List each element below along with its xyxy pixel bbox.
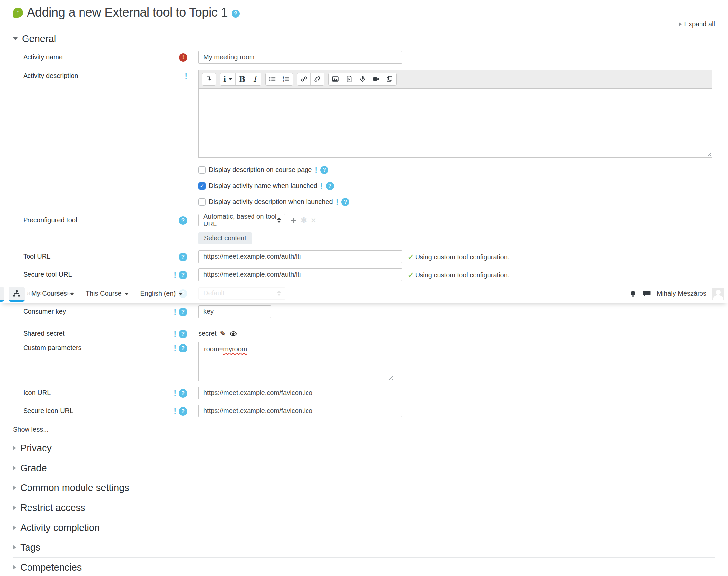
section-general-title: General bbox=[22, 33, 56, 45]
edit-pencil-icon[interactable]: ✎ bbox=[220, 329, 226, 338]
warning-icon: ! bbox=[315, 166, 317, 174]
custom-parameters-label: Custom parameters bbox=[23, 344, 82, 352]
help-icon[interactable]: ? bbox=[179, 216, 187, 225]
record-video-icon[interactable] bbox=[369, 73, 383, 85]
field-custom-parameters: Custom parameters ! ? room=myroom bbox=[13, 342, 715, 381]
checkbox-checked-icon[interactable] bbox=[199, 182, 206, 190]
unlink-icon[interactable] bbox=[311, 73, 324, 85]
image-icon[interactable] bbox=[329, 73, 342, 85]
record-audio-icon[interactable] bbox=[356, 73, 369, 85]
warning-icon: ! bbox=[174, 344, 176, 352]
expand-all-link[interactable]: Expand all bbox=[679, 20, 715, 28]
sitemap-icon[interactable] bbox=[9, 287, 25, 302]
unordered-list-icon[interactable] bbox=[266, 73, 279, 85]
warning-icon: ! bbox=[174, 389, 176, 397]
selected-option: Automatic, based on tool URL bbox=[204, 212, 277, 228]
eye-icon[interactable] bbox=[229, 329, 237, 338]
tool-url-input[interactable] bbox=[199, 250, 402, 263]
field-activity-description: Activity description ! i B I bbox=[13, 69, 715, 157]
expand-all-label: Expand all bbox=[684, 20, 715, 28]
check-icon: ✓ bbox=[407, 252, 415, 262]
select-content-button[interactable]: Select content bbox=[199, 232, 252, 244]
paragraph-styles-icon[interactable]: i bbox=[220, 73, 236, 85]
chevron-right-icon bbox=[13, 565, 16, 570]
bell-icon[interactable] bbox=[629, 290, 637, 298]
activity-name-label: Activity name bbox=[23, 53, 63, 62]
consumer-key-label: Consumer key bbox=[23, 308, 66, 316]
field-tool-url: Tool URL ? ✓ Using custom tool configura… bbox=[13, 250, 715, 263]
manage-files-icon[interactable] bbox=[383, 73, 396, 85]
section-common-module-settings[interactable]: Common module settings bbox=[13, 478, 715, 498]
help-icon[interactable]: ? bbox=[179, 344, 187, 352]
activity-name-input[interactable] bbox=[199, 51, 402, 64]
avatar[interactable] bbox=[712, 288, 724, 300]
help-icon[interactable]: ? bbox=[326, 182, 334, 190]
chat-icon[interactable] bbox=[642, 290, 651, 298]
section-grade[interactable]: Grade bbox=[13, 458, 715, 478]
help-icon[interactable]: ? bbox=[179, 308, 187, 316]
page-title: Adding a new External tool to Topic 1 bbox=[27, 5, 228, 20]
help-icon[interactable]: ? bbox=[179, 253, 187, 261]
nav-my-courses[interactable]: My Courses bbox=[27, 285, 79, 303]
checkbox-display-description[interactable]: Display description on course page ! ? bbox=[199, 166, 715, 175]
chevron-right-icon bbox=[13, 446, 16, 450]
media-icon[interactable] bbox=[342, 73, 356, 85]
field-preconfigured-tool: Preconfigured tool ? Automatic, based on… bbox=[13, 214, 715, 227]
field-secure-icon-url: Secure icon URL ! ? bbox=[13, 405, 715, 417]
field-shared-secret: Shared secret ! ? secret ✎ bbox=[13, 327, 715, 338]
show-less-link[interactable]: Show less... bbox=[13, 426, 49, 433]
secure-tool-url-input[interactable] bbox=[199, 268, 402, 281]
delete-tool-icon: × bbox=[311, 216, 316, 225]
checkbox-icon[interactable] bbox=[199, 167, 206, 174]
section-general[interactable]: General bbox=[13, 33, 715, 45]
help-icon[interactable]: ? bbox=[321, 166, 328, 174]
preconfigured-tool-select[interactable]: Automatic, based on tool URL bbox=[199, 214, 285, 227]
icon-url-input[interactable] bbox=[199, 387, 402, 399]
section-privacy[interactable]: Privacy bbox=[13, 438, 715, 458]
description-editor: i B I 123 bbox=[199, 69, 712, 157]
help-icon[interactable]: ? bbox=[179, 407, 187, 415]
nav-language[interactable]: English (en) bbox=[135, 285, 188, 303]
page: ↑ Adding a new External tool to Topic 1 … bbox=[0, 0, 728, 576]
navbar-overlap-zone: Launch container ! ? Default My Courses bbox=[13, 286, 715, 302]
checkbox-icon[interactable] bbox=[199, 198, 206, 206]
chevron-right-icon bbox=[679, 22, 681, 27]
external-tool-icon: ↑ bbox=[13, 8, 23, 18]
icon-url-label: Icon URL bbox=[23, 389, 51, 398]
add-tool-icon[interactable]: + bbox=[291, 215, 297, 225]
activity-description-label: Activity description bbox=[23, 72, 78, 80]
consumer-key-input[interactable] bbox=[199, 306, 271, 318]
section-competencies[interactable]: Competencies bbox=[13, 558, 715, 576]
link-icon[interactable] bbox=[297, 73, 311, 85]
chevron-right-icon bbox=[13, 545, 16, 550]
ordered-list-icon[interactable]: 123 bbox=[279, 73, 293, 85]
checkbox-display-activity-name[interactable]: Display activity name when launched ! ? bbox=[199, 181, 715, 191]
bold-icon[interactable]: B bbox=[236, 73, 248, 85]
section-restrict-access[interactable]: Restrict access bbox=[13, 498, 715, 518]
warning-icon: ! bbox=[185, 72, 187, 80]
section-tags[interactable]: Tags bbox=[13, 538, 715, 557]
help-icon[interactable]: ? bbox=[179, 389, 187, 398]
chevron-down-icon bbox=[70, 293, 74, 295]
help-icon[interactable]: ? bbox=[341, 198, 349, 206]
section-activity-completion[interactable]: Activity completion bbox=[13, 518, 715, 538]
description-textarea[interactable] bbox=[199, 88, 712, 157]
secure-icon-url-input[interactable] bbox=[199, 405, 402, 417]
checkbox-display-activity-description[interactable]: Display activity description when launch… bbox=[199, 197, 715, 207]
help-icon[interactable]: ? bbox=[232, 10, 240, 18]
field-consumer-key: Consumer key ! ? bbox=[13, 306, 715, 318]
nav-this-course[interactable]: This Course bbox=[81, 285, 133, 303]
chevron-right-icon bbox=[13, 466, 16, 470]
shared-secret-label: Shared secret bbox=[23, 329, 65, 338]
chevron-down-icon bbox=[179, 293, 183, 295]
warning-icon: ! bbox=[174, 270, 176, 279]
help-icon[interactable]: ? bbox=[179, 270, 187, 279]
required-icon: ! bbox=[179, 53, 187, 62]
italic-icon[interactable]: I bbox=[249, 73, 261, 85]
nav-home-partial[interactable] bbox=[0, 287, 4, 302]
collapse-toolbar-icon[interactable] bbox=[203, 73, 216, 85]
help-icon[interactable]: ? bbox=[179, 329, 187, 338]
custom-parameters-textarea[interactable]: room=myroom bbox=[199, 342, 394, 381]
user-name[interactable]: Mihály Mészáros bbox=[657, 290, 706, 297]
chevron-right-icon bbox=[13, 525, 16, 530]
